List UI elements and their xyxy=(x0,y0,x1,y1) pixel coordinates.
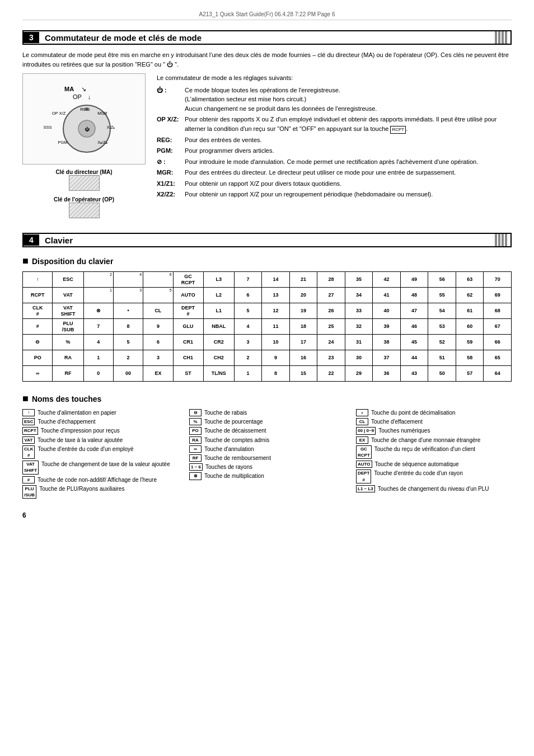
keyboard-cell-r3-c2: 7 xyxy=(83,319,113,335)
touch-key-c0-4: CLK # xyxy=(22,445,35,459)
touch-key-c0-2: RCPT xyxy=(22,427,38,434)
keyboard-cell-r2-c13: 47 xyxy=(400,303,428,319)
svg-text:⏻: ⏻ xyxy=(85,126,90,132)
touch-desc-c1-7: Touche de multiplication xyxy=(204,472,264,480)
subsection-disposition: ■ Disposition du clavier xyxy=(22,255,512,267)
touch-key-c2-3: EX xyxy=(356,436,368,444)
section3-decoration xyxy=(495,31,510,44)
touch-desc-c0-2: Touche d'impression pour reçus xyxy=(41,427,120,434)
section4-number: 4 xyxy=(24,234,39,246)
keyboard-cell-r4-c16: 66 xyxy=(484,335,512,350)
keyboard-cell-r4-c13: 45 xyxy=(400,335,428,350)
keyboard-cell-r6-c16: 64 xyxy=(484,366,512,382)
section3-content: MA ↘ OP ↓ REG MGR OP X/Z X/Z₁ SSS X₂/Z₂ … xyxy=(22,73,512,222)
keyboard-cell-r1-c1: VAT xyxy=(53,288,83,303)
touch-desc-c2-4: Touche du reçu de vérification d'un clie… xyxy=(374,445,475,453)
touch-item-c2-0: •Touche du point de décimalisation xyxy=(356,409,512,416)
keyboard-cell-r1-c6: L2 xyxy=(203,288,234,303)
touch-desc-c2-1: Touche d'effacement xyxy=(371,418,423,425)
page-number: 6 xyxy=(22,511,512,519)
keyboard-cell-r1-c11: 34 xyxy=(345,288,373,303)
keyboard-cell-r0-c0: ↑ xyxy=(23,272,53,288)
keyboard-cell-r6-c11: 29 xyxy=(345,366,373,382)
touch-key-c1-0: ⊖ xyxy=(189,409,202,416)
touch-key-c1-2: PO xyxy=(189,427,202,434)
mode-cancel-text: Pour introduire le mode d'annulation. Ce… xyxy=(185,157,512,167)
mode-pgm: PGM: Pour programmer divers articles. xyxy=(157,146,512,156)
touch-desc-c1-2: Touche de décaissement xyxy=(204,427,266,434)
svg-text:MA: MA xyxy=(64,86,74,92)
mode-x2z2: X2/Z2: Pour obtenir un rapport X/Z pour … xyxy=(157,190,512,199)
keyboard-cell-r6-c6: TL/NS xyxy=(203,366,234,382)
keyboard-cell-r0-c10: 28 xyxy=(317,272,345,288)
svg-text:↘: ↘ xyxy=(81,86,86,92)
touch-item-c2-3: EXTouche de change d'une monnaie étrangè… xyxy=(356,436,512,444)
section3-modes: Le commutateur de mode a les réglages su… xyxy=(157,73,512,222)
keyboard-cell-r6-c14: 50 xyxy=(428,366,456,382)
touch-item-c1-3: RATouche de comptes admis xyxy=(189,436,345,444)
keyboard-cell-r6-c7: 1 xyxy=(234,366,262,382)
keyboard-cell-r2-c15: 61 xyxy=(456,303,484,319)
touch-item-c0-0: ↑Touche d'alimentation en papier xyxy=(22,409,178,416)
touch-item-c2-2: 00 | 0~9Touches numériques xyxy=(356,427,512,434)
touches-col3: •Touche du point de décimalisationCLTouc… xyxy=(356,409,512,500)
keyboard-cell-r4-c3: 5 xyxy=(113,335,143,350)
touch-key-c2-0: • xyxy=(356,409,368,416)
keyboard-cell-r1-c2: 1 xyxy=(83,288,113,303)
keyboard-cell-r0-c7: 7 xyxy=(234,272,262,288)
keyboard-cell-r5-c12: 37 xyxy=(373,350,401,366)
mode-x2z2-text: Pour obtenir un rapport X/Z pour un regr… xyxy=(185,190,512,199)
mode-opxz-key: OP X/Z: xyxy=(157,115,185,134)
keyboard-cell-r6-c1: RF xyxy=(53,366,83,382)
keyboard-cell-r1-c16: 69 xyxy=(484,288,512,303)
keyboard-cell-r6-c9: 15 xyxy=(289,366,317,382)
touch-key-c1-3: RA xyxy=(189,436,202,444)
svg-text:SSS: SSS xyxy=(43,125,51,130)
keyboard-cell-r5-c14: 51 xyxy=(428,350,456,366)
svg-point-12 xyxy=(85,107,88,111)
subsection-bullet1: ■ xyxy=(22,255,29,267)
touch-item-c0-7: PLU /SUBTouche de PLU/Rayons auxiliaires xyxy=(22,485,178,499)
mode-x1z1-key: X1/Z1: xyxy=(157,179,185,189)
svg-text:REG: REG xyxy=(80,107,90,112)
keyboard-cell-r2-c11: 33 xyxy=(345,303,373,319)
touches-grid: ↑Touche d'alimentation en papierESCTouch… xyxy=(22,409,512,500)
keyboard-cell-r2-c16: 68 xyxy=(484,303,512,319)
keyboard-cell-r0-c5: GC RCPT xyxy=(173,272,203,288)
keyboard-cell-r0-c6: L3 xyxy=(203,272,234,288)
keyboard-cell-r0-c8: 14 xyxy=(262,272,290,288)
key-operator-block: Clé de l'opérateur (OP) xyxy=(22,196,146,218)
touch-key-c0-1: ESC xyxy=(22,418,35,425)
keyboard-cell-r0-c13: 49 xyxy=(400,272,428,288)
touch-key-c0-3: VAT xyxy=(22,436,35,444)
touch-desc-c2-5: Touche de séquence automatique xyxy=(375,461,459,468)
mode-x1z1: X1/Z1: Pour obtenir un rapport X/Z pour … xyxy=(157,179,512,189)
touch-item-c0-4: CLK #Touche d'entrée du code d'un employ… xyxy=(22,445,178,459)
keyboard-cell-r4-c4: 6 xyxy=(143,335,173,350)
keyboard-cell-r3-c14: 53 xyxy=(428,319,456,335)
keyboard-cell-r0-c14: 56 xyxy=(428,272,456,288)
keyboard-cell-r6-c0: ∞ xyxy=(23,366,53,382)
svg-text:X₂/Z₂: X₂/Z₂ xyxy=(97,140,107,145)
touch-desc-c1-4: Touche d'annulation xyxy=(204,445,254,453)
touch-desc-c0-4: Touche d'entrée du code d'un employé xyxy=(38,445,133,453)
keyboard-cell-r0-c9: 21 xyxy=(289,272,317,288)
touches-col2: ⊖Touche de rabais%Touche de pourcentageP… xyxy=(189,409,345,500)
keyboard-cell-r6-c12: 36 xyxy=(373,366,401,382)
touch-item-c1-1: %Touche de pourcentage xyxy=(189,418,345,425)
mode-mgr-text: Pour des entrées du directeur. Le direct… xyxy=(185,168,512,177)
mode-pgm-text: Pour programmer divers articles. xyxy=(185,146,512,156)
keyboard-cell-r2-c9: 19 xyxy=(289,303,317,319)
touch-key-c1-5: RF xyxy=(189,454,202,462)
keyboard-cell-r2-c10: 26 xyxy=(317,303,345,319)
keyboard-cell-r5-c15: 58 xyxy=(456,350,484,366)
keyboard-cell-r0-c3: 4 xyxy=(113,272,143,288)
keyboard-cell-r5-c11: 30 xyxy=(345,350,373,366)
keyboard-cell-r3-c1: PLU /SUB xyxy=(53,319,83,335)
touch-desc-c2-7: Touches de changement du niveau d'un PLU xyxy=(378,485,489,492)
keyboard-cell-r4-c6: CR2 xyxy=(203,335,234,350)
mode-mgr-key: MGR: xyxy=(157,168,185,177)
keyboard-cell-r5-c8: 9 xyxy=(262,350,290,366)
keyboard-cell-r2-c8: 12 xyxy=(262,303,290,319)
keyboard-cell-r4-c5: CR1 xyxy=(173,335,203,350)
